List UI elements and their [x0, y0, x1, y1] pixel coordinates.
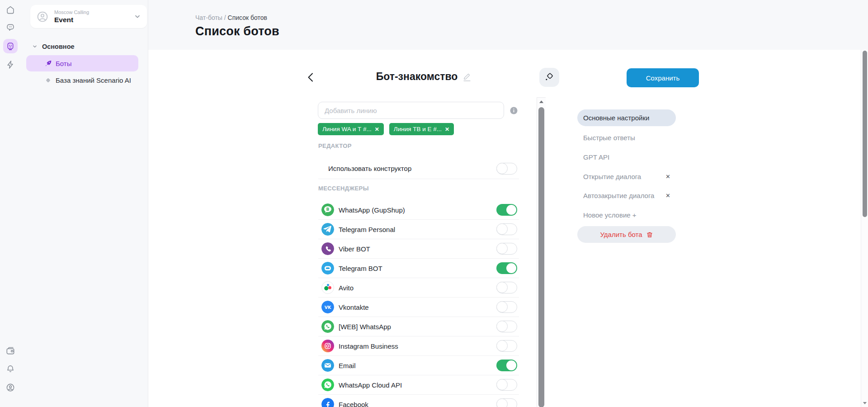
svg-text:VK: VK — [325, 305, 331, 310]
messenger-row: [WEB] WhatsApp — [318, 317, 519, 336]
trash-icon — [646, 231, 653, 238]
messenger-toggle[interactable] — [496, 282, 517, 293]
main-content: Чат-боты / Список ботов Список ботов Бот… — [148, 0, 861, 407]
messenger-toggle[interactable] — [496, 360, 517, 371]
telegram-icon — [321, 223, 334, 236]
messenger-toggle[interactable] — [496, 243, 517, 255]
messenger-label: Facebook — [339, 401, 368, 407]
sidebar-section-main[interactable]: Основное — [32, 42, 75, 52]
sidebar-item-bots[interactable]: Боты — [26, 55, 138, 71]
notifications-icon[interactable] — [5, 364, 15, 374]
scroll-down-icon[interactable] — [863, 402, 867, 405]
messenger-row: BWhatsApp (GupShup) — [318, 200, 519, 220]
tag-label: Линия WA и Т #... — [322, 126, 372, 133]
messenger-toggle[interactable] — [496, 398, 517, 407]
back-button[interactable] — [305, 71, 317, 84]
messenger-row: Avito — [318, 278, 519, 298]
remove-tag-icon[interactable]: ✕ — [445, 126, 449, 133]
workspace-avatar-icon — [36, 10, 49, 24]
constructor-label: Использовать конструктор — [328, 165, 411, 172]
messenger-label: Vkontakte — [339, 303, 369, 311]
workspace-texts: Moscow Calling Event — [54, 9, 89, 24]
messenger-label: WhatsApp (GupShup) — [339, 206, 405, 214]
constructor-row: Использовать конструктор — [318, 158, 519, 179]
info-icon[interactable] — [510, 107, 518, 114]
messenger-toggle[interactable] — [496, 321, 517, 332]
outer-scrollbar[interactable] — [861, 50, 868, 407]
messenger-toggle[interactable] — [496, 262, 517, 274]
messenger-toggle[interactable] — [496, 379, 517, 391]
avito-icon — [321, 281, 334, 294]
messenger-toggle[interactable] — [496, 223, 517, 235]
nav-item[interactable]: GPT API — [577, 152, 676, 162]
messenger-row: Viber BOT — [318, 239, 519, 259]
remove-condition-icon[interactable]: ✕ — [665, 192, 670, 199]
sidebar-item-label: База знаний Scenario AI — [56, 76, 131, 84]
constructor-toggle[interactable] — [496, 163, 517, 175]
instagram-icon — [321, 340, 334, 352]
automation-icon[interactable] — [5, 60, 15, 70]
breadcrumb-separator: / — [224, 14, 228, 21]
messenger-label: Email — [339, 362, 356, 369]
bot-title: Бот-знакомство — [376, 71, 458, 83]
messenger-row: Telegram Personal — [318, 220, 519, 239]
remove-condition-icon[interactable]: ✕ — [665, 173, 670, 180]
messenger-row: Facebook — [318, 395, 519, 407]
bots-icon[interactable] — [3, 39, 18, 53]
edit-pencil-icon[interactable] — [462, 72, 472, 82]
sidebar-item-label: Боты — [56, 60, 72, 67]
messenger-list: BWhatsApp (GupShup)Telegram PersonalVibe… — [318, 200, 519, 407]
nav-item[interactable]: Открытие диалога✕ — [577, 171, 676, 181]
workspace-selector[interactable]: Moscow Calling Event — [30, 5, 147, 28]
breadcrumb-link[interactable]: Чат-боты — [195, 14, 222, 21]
workspace-name: Event — [54, 16, 89, 24]
section-label-messengers: МЕССЕНДЖЕРЫ — [318, 185, 369, 192]
messenger-label: WhatsApp Cloud API — [339, 381, 402, 389]
left-icon-rail — [0, 0, 21, 407]
page-title: Список ботов — [195, 24, 279, 38]
profile-icon[interactable] — [5, 383, 15, 393]
messenger-row: Instagram Business — [318, 336, 519, 356]
scroll-up-icon[interactable] — [539, 100, 544, 104]
home-icon[interactable] — [5, 5, 15, 15]
nav-item-label: Новое условие + — [583, 211, 637, 219]
facebook-icon — [321, 398, 334, 407]
nav-item-label: Быстрые ответы — [583, 134, 635, 142]
wallet-icon[interactable] — [5, 346, 15, 356]
nav-item[interactable]: Автозакрытие диалога✕ — [577, 190, 676, 200]
outer-scrollbar-thumb[interactable] — [863, 51, 867, 217]
remove-tag-icon[interactable]: ✕ — [375, 126, 379, 133]
delete-bot-button[interactable]: Удалить бота — [577, 226, 676, 243]
email-icon — [321, 359, 334, 372]
app: Moscow Calling Event Основное Боты — [0, 0, 868, 407]
messenger-toggle[interactable] — [496, 301, 517, 313]
messenger-label: Telegram Personal — [339, 226, 395, 233]
nav-item-active[interactable]: Основные настройки — [577, 109, 676, 126]
whatsapp_web-icon — [321, 320, 334, 333]
messenger-toggle[interactable] — [496, 204, 517, 216]
messenger-label: Avito — [339, 284, 354, 292]
rocket-icon — [44, 60, 52, 67]
section-label-editor: РЕДАКТОР — [318, 142, 352, 149]
svg-text:B: B — [326, 207, 330, 212]
inner-scrollbar-thumb[interactable] — [538, 107, 544, 407]
sidebar-item-knowledge-base[interactable]: База знаний Scenario AI — [26, 72, 138, 88]
line-tag[interactable]: Линия WA и Т #...✕ — [318, 123, 384, 135]
messenger-row: WhatsApp Cloud API — [318, 375, 519, 395]
nav-item-label: Открытие диалога — [583, 173, 641, 180]
ink-marker-button[interactable] — [539, 68, 559, 87]
chats-icon[interactable] — [5, 23, 15, 33]
breadcrumb-current: Список ботов — [228, 14, 267, 21]
inner-scrollbar[interactable] — [537, 97, 546, 407]
line-tag[interactable]: Линия ТВ и Е #...✕ — [389, 123, 454, 135]
messenger-toggle[interactable] — [496, 340, 517, 352]
nav-item[interactable]: Быстрые ответы — [577, 133, 676, 142]
messenger-row: Telegram BOT — [318, 259, 519, 278]
sidebar: Moscow Calling Event Основное Боты — [21, 0, 148, 407]
messenger-label: Viber BOT — [339, 245, 370, 253]
nav-item[interactable]: Новое условие + — [577, 210, 676, 220]
diamond-icon — [44, 76, 52, 84]
chevron-down-icon — [133, 13, 142, 21]
messenger-row: VKVkontakte — [318, 298, 519, 317]
add-line-input[interactable] — [318, 102, 504, 119]
